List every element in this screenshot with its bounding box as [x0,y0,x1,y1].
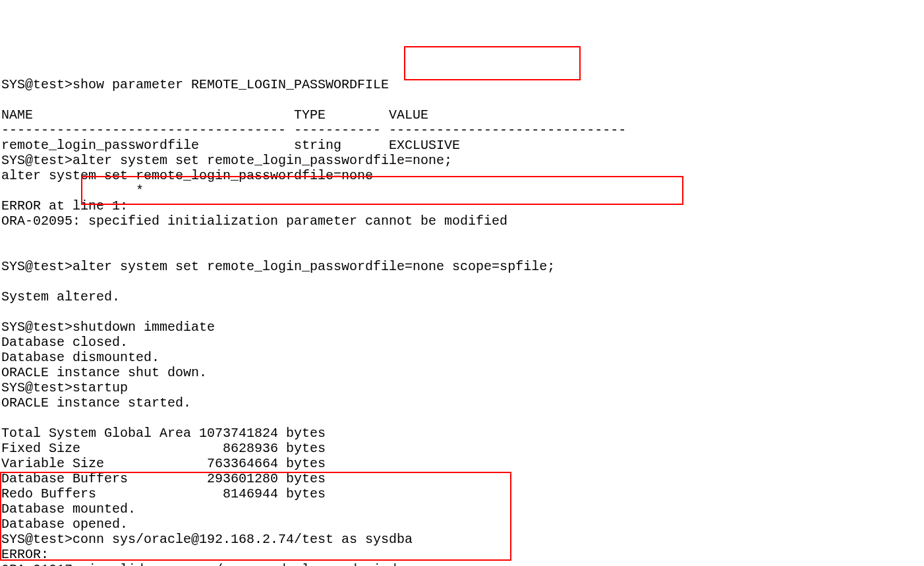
terminal-line: SYS@test>show parameter REMOTE_LOGIN_PAS… [1,77,389,92]
terminal-line: Fixed Size 8628936 bytes [1,441,326,456]
terminal-line: ERROR at line 1: [1,198,128,213]
terminal-line: ORACLE instance started. [1,395,191,410]
terminal-line: NAME TYPE VALUE [1,107,428,123]
terminal-line: SYS@test>shutdown immediate [1,320,215,335]
terminal-line: SYS@test>conn sys/oracle@192.168.2.74/te… [1,532,413,547]
terminal-line: SYS@test>alter system set remote_login_p… [1,153,452,168]
terminal-line: Redo Buffers 8146944 bytes [1,486,326,501]
terminal-line: Database opened. [1,517,128,532]
terminal-line: Total System Global Area 1073741824 byte… [1,426,326,441]
terminal-line: ERROR: [1,547,49,562]
terminal-line: ------------------------------------ ---… [1,123,626,138]
terminal-line: Variable Size 763364664 bytes [1,456,326,471]
terminal-line: alter system set remote_login_passwordfi… [1,168,373,183]
terminal-line: System altered. [1,289,120,304]
terminal-line: ORA-01017: invalid username/password; lo… [1,562,397,566]
terminal-line: SYS@test>alter system set remote_login_p… [1,259,555,274]
terminal-line: SYS@test>startup [1,380,128,395]
terminal-line: Database dismounted. [1,350,159,365]
terminal-line: * [1,183,144,198]
terminal-line: remote_login_passwordfile string EXCLUSI… [1,138,460,153]
terminal-line: Database closed. [1,335,128,350]
terminal-output: SYS@test>show parameter REMOTE_LOGIN_PAS… [0,61,924,566]
terminal-line: ORACLE instance shut down. [1,365,207,380]
terminal-line: ORA-02095: specified initialization para… [1,213,507,229]
terminal-line: Database mounted. [1,501,136,517]
terminal-line: Database Buffers 293601280 bytes [1,471,326,486]
